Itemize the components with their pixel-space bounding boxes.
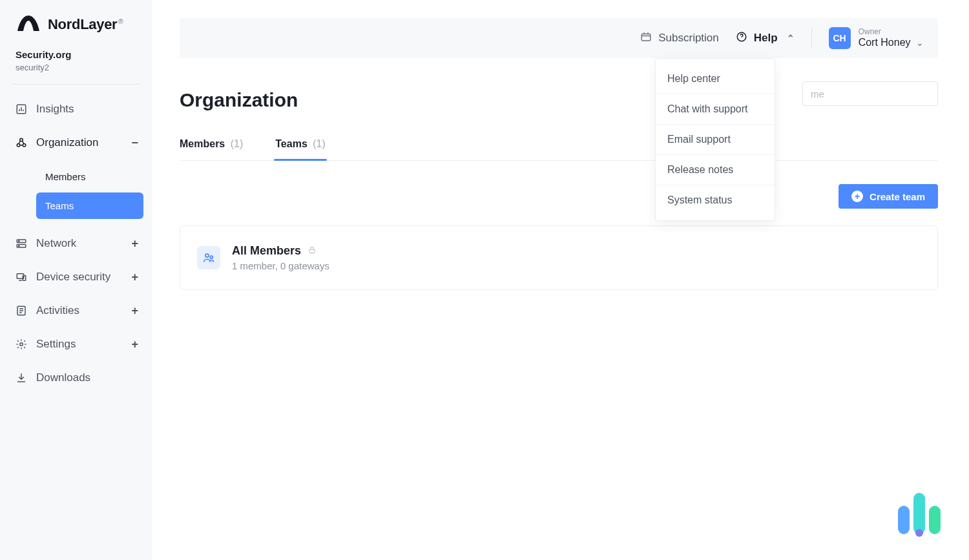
- team-text: All Members 1 member, 0 gateways: [232, 244, 329, 271]
- help-icon: [736, 31, 747, 46]
- svg-point-3: [23, 144, 26, 147]
- device-icon: [16, 271, 27, 283]
- sidebar-item-organization[interactable]: Organization −: [0, 126, 152, 160]
- help-menu-chat-support[interactable]: Chat with support: [656, 94, 775, 125]
- user-name: Cort Honey ⌄: [859, 37, 924, 48]
- nordlayer-logo-icon: [16, 14, 41, 35]
- help-menu-release-notes[interactable]: Release notes: [656, 155, 775, 185]
- org-icon: [16, 137, 27, 149]
- sidebar-item-label: Insights: [36, 103, 74, 116]
- teams-toolbar: + Create team: [180, 184, 938, 209]
- download-icon: [16, 372, 27, 384]
- sidebar-item-label: Device security: [36, 271, 110, 284]
- plus-icon: +: [131, 271, 138, 284]
- support-widget[interactable]: [898, 493, 941, 534]
- subscription-link[interactable]: Subscription: [640, 31, 719, 46]
- svg-point-15: [210, 256, 213, 258]
- svg-rect-16: [309, 249, 315, 253]
- org-block[interactable]: Security.org security2: [0, 49, 152, 84]
- sidebar-item-insights[interactable]: Insights: [0, 92, 152, 126]
- sidebar-item-label: Network: [36, 237, 76, 250]
- sidebar-item-label: Activities: [36, 304, 79, 317]
- sidebar-divider: [13, 84, 140, 85]
- user-menu[interactable]: CH Owner Cort Honey ⌄: [829, 27, 924, 49]
- tab-label: Teams: [275, 138, 307, 149]
- team-row[interactable]: All Members 1 member, 0 gateways: [180, 225, 938, 290]
- create-team-button[interactable]: + Create team: [839, 184, 938, 209]
- widget-bar-icon: [898, 506, 910, 534]
- user-role: Owner: [859, 28, 924, 36]
- user-text: Owner Cort Honey ⌄: [859, 28, 924, 48]
- sidebar-item-device-security[interactable]: Device security +: [0, 260, 152, 294]
- svg-point-2: [17, 144, 20, 147]
- sidebar-item-downloads[interactable]: Downloads: [0, 361, 152, 395]
- plus-circle-icon: +: [851, 191, 863, 202]
- list-icon: [16, 305, 27, 316]
- create-team-label: Create team: [870, 191, 925, 202]
- sidebar-item-activities[interactable]: Activities +: [0, 294, 152, 327]
- subscription-label: Subscription: [658, 32, 719, 45]
- team-name: All Members: [232, 244, 301, 258]
- help-menu-help-center[interactable]: Help center: [656, 64, 775, 94]
- topbar-divider: [811, 27, 812, 49]
- help-dropdown: Help center Chat with support Email supp…: [655, 58, 775, 221]
- help-menu-system-status[interactable]: System status: [656, 185, 775, 215]
- sidebar-item-network[interactable]: Network +: [0, 227, 152, 260]
- brand-name: NordLayer®: [48, 16, 123, 33]
- tabs: Members (1) Teams (1): [180, 138, 938, 161]
- sidebar-subitem-teams[interactable]: Teams: [36, 192, 143, 219]
- sidebar-item-label: Downloads: [36, 371, 90, 384]
- svg-point-6: [19, 241, 20, 242]
- subscription-icon: [640, 31, 652, 46]
- sidebar-item-label: Organization: [36, 136, 98, 149]
- brand: NordLayer®: [0, 14, 152, 49]
- svg-rect-12: [641, 34, 651, 41]
- sidebar-item-settings[interactable]: Settings +: [0, 327, 152, 361]
- widget-bar-icon: [929, 506, 941, 534]
- search-input[interactable]: [802, 81, 938, 106]
- tab-count: (1): [231, 138, 244, 149]
- widget-bar-icon: [913, 493, 925, 534]
- org-id: security2: [16, 63, 137, 72]
- topbar: Subscription Help ⌃ CH Owner Cort Honey …: [180, 18, 938, 58]
- tab-teams[interactable]: Teams (1): [275, 138, 326, 160]
- main: Subscription Help ⌃ CH Owner Cort Honey …: [152, 0, 969, 560]
- server-icon: [16, 238, 27, 249]
- team-meta: 1 member, 0 gateways: [232, 260, 329, 271]
- sidebar: NordLayer® Security.org security2 Insigh…: [0, 0, 152, 560]
- plus-icon: +: [131, 304, 138, 318]
- svg-point-11: [20, 343, 23, 346]
- gear-icon: [16, 338, 27, 350]
- avatar: CH: [829, 27, 851, 49]
- help-menu-email-support[interactable]: Email support: [656, 125, 775, 155]
- org-name: Security.org: [16, 49, 137, 60]
- help-link[interactable]: Help ⌃: [736, 31, 795, 46]
- svg-point-14: [205, 254, 209, 257]
- svg-point-7: [19, 245, 20, 247]
- sidebar-item-label: Settings: [36, 338, 76, 351]
- chart-icon: [16, 103, 27, 115]
- tab-label: Members: [180, 138, 225, 149]
- minus-icon: −: [131, 136, 138, 150]
- sidebar-subnav-organization: Members Teams: [0, 160, 152, 227]
- chevron-up-icon: ⌃: [787, 33, 795, 43]
- sidebar-subitem-members[interactable]: Members: [36, 163, 143, 190]
- chevron-down-icon: ⌄: [916, 37, 924, 48]
- help-label: Help: [754, 32, 778, 45]
- tab-count: (1): [313, 138, 326, 149]
- plus-icon: +: [131, 237, 138, 251]
- team-icon: [197, 246, 220, 269]
- plus-icon: +: [131, 338, 138, 351]
- lock-icon: [307, 245, 317, 257]
- tab-members[interactable]: Members (1): [180, 138, 243, 160]
